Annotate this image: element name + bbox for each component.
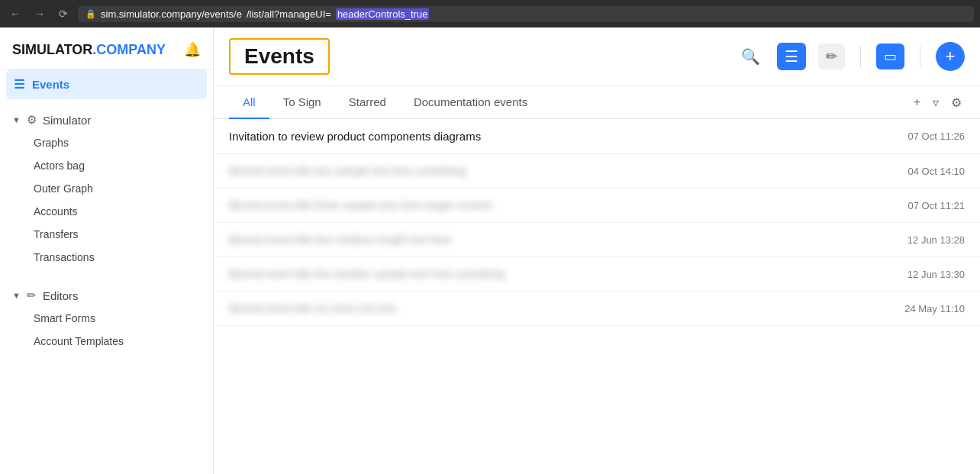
event-title: Invitation to review product components … [229,130,866,143]
header-divider-2 [920,46,920,67]
panel-view-icon: ▭ [884,49,897,64]
url-highlight: headerControls_true [336,8,430,20]
tab-to-sign[interactable]: To Sign [269,86,335,119]
tab-all[interactable]: All [229,86,269,119]
page-title: Events [229,38,330,75]
sidebar-item-account-templates[interactable]: Account Templates [0,330,213,353]
sidebar-section-editors-label: Editors [43,289,79,302]
editors-chevron-icon: ▼ [12,291,21,300]
table-row[interactable]: Blurred event title five another sample … [214,257,980,292]
browser-bar: ← → ⟳ 🔒 sim.simulator.company/events/e /… [0,0,980,27]
list-view-icon: ☰ [785,47,798,66]
sidebar-item-accounts[interactable]: Accounts [0,200,213,223]
nav-refresh-button[interactable]: ⟳ [55,6,72,21]
sidebar-item-events[interactable]: ☰ Events [6,69,207,99]
add-icon: + [946,47,956,66]
sidebar-section-simulator-label: Simulator [43,114,91,127]
event-title: Blurred event title two sample text here… [229,165,866,177]
event-date: 12 Jun 13:30 [881,269,965,280]
url-left: sim.simulator.company/events/e [101,8,242,20]
tab-documentation-events[interactable]: Documentation events [400,86,541,119]
filter-button[interactable]: ▿ [930,92,942,113]
sidebar-item-transactions[interactable]: Transactions [0,246,213,269]
tab-actions: + ▿ ⚙ [911,92,965,113]
sidebar-section-editors: ▼ ✏ Editors Smart Forms Account Template… [0,275,213,359]
sidebar-item-smart-forms[interactable]: Smart Forms [0,307,213,330]
events-list: Invitation to review product components … [214,119,980,474]
sidebar-section-simulator-header[interactable]: ▼ ⚙ Simulator [0,105,213,131]
table-row[interactable]: Blurred event title six short one text 2… [214,292,980,326]
add-tab-action-button[interactable]: + [911,92,924,112]
table-row[interactable]: Blurred event title four medium length t… [214,223,980,257]
event-date: 04 Oct 14:10 [881,166,965,177]
event-date: 07 Oct 11:21 [881,200,965,211]
url-bar[interactable]: 🔒 sim.simulator.company/events/e /list/a… [78,6,974,22]
panel-view-button[interactable]: ▭ [876,44,904,69]
table-row[interactable]: Invitation to review product components … [214,119,980,154]
settings-button[interactable]: ⚙ [948,92,965,113]
lock-icon: 🔒 [85,9,96,19]
simulator-section-icon: ⚙ [27,113,37,127]
event-date: 07 Oct 11:26 [881,131,965,142]
header-divider [860,46,861,67]
event-title: Blurred event title five another sample … [229,268,866,280]
url-middle: /list/all?manageUI= [247,8,331,20]
event-date: 12 Jun 13:28 [881,234,965,246]
tab-starred[interactable]: Starred [335,86,400,119]
logo-simulator: SIMULATOR.COMPANY [12,42,166,58]
main-content: Events 🔍 ☰ ✏ ▭ + All To Sign Starr [214,27,980,474]
simulator-chevron-icon: ▼ [12,115,21,124]
sidebar-section-simulator: ▼ ⚙ Simulator Graphs Actors bag Outer Gr… [0,99,213,275]
event-date: 24 May 11:10 [881,303,965,314]
search-icon: 🔍 [741,47,760,66]
table-row[interactable]: Blurred event title three sample text he… [214,189,980,223]
editors-section-icon: ✏ [27,289,37,302]
list-view-button[interactable]: ☰ [777,43,806,70]
add-event-button[interactable]: + [936,42,965,71]
event-title: Blurred event title six short one text [229,302,866,314]
sidebar-item-events-label: Events [32,78,69,91]
event-title: Blurred event title four medium length t… [229,234,866,246]
grid-view-icon: ✏ [826,49,837,64]
sidebar-logo: SIMULATOR.COMPANY 🔔 [0,27,213,69]
table-row[interactable]: Blurred event title two sample text here… [214,154,980,189]
event-title: Blurred event title three sample text he… [229,199,866,211]
sidebar-item-actors-bag[interactable]: Actors bag [0,154,213,177]
nav-forward-button[interactable]: → [31,6,49,21]
events-nav-icon: ☰ [14,77,24,92]
search-button[interactable]: 🔍 [737,43,765,70]
sidebar-item-outer-graph[interactable]: Outer Graph [0,177,213,200]
sidebar-item-graphs[interactable]: Graphs [0,131,213,154]
tabs-bar: All To Sign Starred Documentation events… [214,86,980,119]
sidebar: SIMULATOR.COMPANY 🔔 ☰ Events ▼ ⚙ Simulat… [0,27,214,474]
nav-back-button[interactable]: ← [6,6,24,21]
sidebar-item-transfers[interactable]: Transfers [0,223,213,246]
grid-view-button[interactable]: ✏ [818,44,845,69]
notification-bell-icon[interactable]: 🔔 [184,41,201,58]
main-header: Events 🔍 ☰ ✏ ▭ + [214,27,980,86]
sidebar-section-editors-header[interactable]: ▼ ✏ Editors [0,281,213,307]
